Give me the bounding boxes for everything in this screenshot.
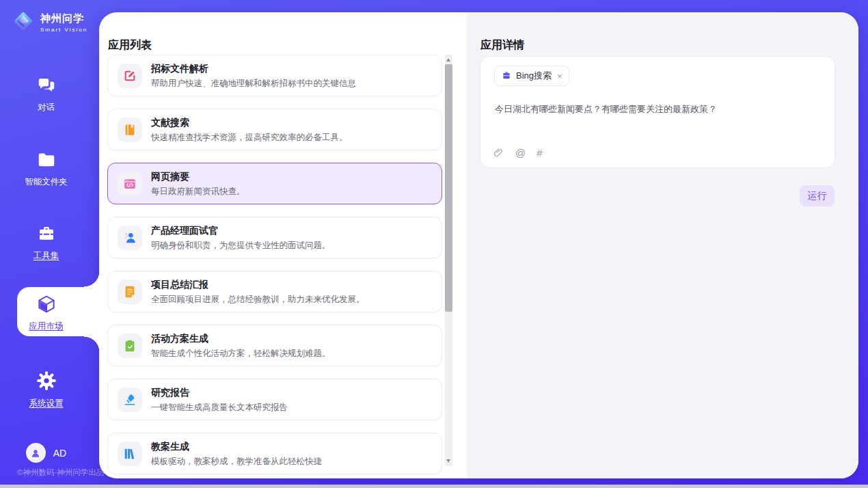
bubble-fillet-bottom xyxy=(84,336,100,352)
book-icon xyxy=(118,118,142,142)
browser-code-icon xyxy=(118,172,142,196)
scroll-up-icon[interactable] xyxy=(446,58,450,62)
sidebar-item-label: 工具集 xyxy=(0,250,92,262)
books-icon xyxy=(118,442,142,466)
app-card-desc: 明确身份和职责，为您提供专业性的面试问题。 xyxy=(151,240,331,252)
cube-icon xyxy=(36,294,57,317)
report-icon xyxy=(118,388,142,412)
app-card-desc: 快速精准查找学术资源，提高研究效率的必备工具。 xyxy=(151,132,348,144)
gear-icon xyxy=(36,370,57,394)
clipboard-check-icon xyxy=(118,334,142,358)
app-detail-card: Bing搜索 × 今日湖北有哪些新闻要点？有哪些需要关注的最新政策？ @ # xyxy=(480,56,835,168)
interviewer-icon xyxy=(118,226,142,250)
app-card-event-plan[interactable]: 活动方案生成 智能生成个性化活动方案，轻松解决规划难题。 xyxy=(107,325,442,366)
app-detail-title: 应用详情 xyxy=(480,38,524,53)
app-card-bid-document-parse[interactable]: 招标文件解析 帮助用户快速、准确地理解和解析招标书中的关键信息 xyxy=(107,55,442,96)
user-account[interactable]: AD xyxy=(0,443,92,463)
sidebar-item-label: 对话 xyxy=(0,102,92,113)
sidebar-item-settings[interactable]: 系统设置 xyxy=(0,370,92,409)
briefcase-icon xyxy=(501,70,512,81)
hash-icon[interactable]: # xyxy=(537,148,542,158)
sidebar-item-toolset[interactable]: 工具集 xyxy=(0,223,92,262)
run-button[interactable]: 运行 xyxy=(800,185,835,206)
app-list: 招标文件解析 帮助用户快速、准确地理解和解析招标书中的关键信息 文献搜索 快速精… xyxy=(107,55,442,478)
chat-icon xyxy=(36,75,57,98)
app-card-title: 网页摘要 xyxy=(151,171,189,182)
sidebar-item-label: 智能文件夹 xyxy=(0,176,92,188)
copyright-text: ©神州数码·神州问学出品 xyxy=(17,467,104,478)
scrollbar-thumb[interactable] xyxy=(445,64,452,312)
user-initials: AD xyxy=(53,448,66,459)
app-card-title: 活动方案生成 xyxy=(151,333,208,344)
sidebar-item-label: 应用市场 xyxy=(0,321,92,332)
diamond-logo-icon xyxy=(11,9,36,36)
app-list-title: 应用列表 xyxy=(108,38,152,53)
sidebar-item-smart-folder[interactable]: 智能文件夹 xyxy=(0,150,92,188)
paperclip-icon[interactable] xyxy=(493,147,504,159)
app-card-title: 项目总结汇报 xyxy=(151,279,208,290)
app-card-desc: 模板驱动，教案秒成，教学准备从此轻松快捷 xyxy=(151,456,322,467)
query-text[interactable]: 今日湖北有哪些新闻要点？有哪些需要关注的最新政策？ xyxy=(495,103,821,116)
brand-subtitle: Smart Vision xyxy=(40,27,87,33)
tool-tag-label: Bing搜索 xyxy=(516,70,552,82)
tag-close-icon[interactable]: × xyxy=(557,71,562,81)
bottom-edge-strip xyxy=(0,485,868,488)
memo-icon xyxy=(118,280,142,304)
app-card-title: 教案生成 xyxy=(151,441,189,452)
toolbox-icon xyxy=(36,223,57,247)
app-card-title: 文献搜索 xyxy=(151,117,189,128)
avatar xyxy=(26,443,46,463)
app-card-desc: 智能生成个性化活动方案，轻松解决规划难题。 xyxy=(151,348,331,360)
sidebar-item-chat[interactable]: 对话 xyxy=(0,75,92,113)
edit-square-icon xyxy=(118,64,142,88)
app-card-title: 招标文件解析 xyxy=(151,63,208,74)
sidebar-item-app-market[interactable]: 应用市场 xyxy=(0,294,92,332)
app-card-title: 产品经理面试官 xyxy=(151,225,218,236)
bubble-fillet-top xyxy=(84,271,100,287)
app-detail-panel: 应用详情 Bing搜索 × 今日湖北有哪些新闻要点？有哪些需要关注的最新政策？ xyxy=(467,12,858,478)
list-scrollbar[interactable] xyxy=(445,55,452,466)
app-card-literature-search[interactable]: 文献搜索 快速精准查找学术资源，提高研究效率的必备工具。 xyxy=(107,109,442,150)
app-card-research-report[interactable]: 研究报告 一键智能生成高质量长文本研究报告 xyxy=(107,379,442,420)
app-card-title: 研究报告 xyxy=(151,387,189,398)
app-card-pm-interviewer[interactable]: 产品经理面试官 明确身份和职责，为您提供专业性的面试问题。 xyxy=(107,217,442,258)
app-card-desc: 每日政府新闻资讯快查。 xyxy=(151,186,245,198)
brand-logo: 神州问学 Smart Vision xyxy=(11,9,87,36)
folder-icon xyxy=(36,150,57,173)
app-card-desc: 一键智能生成高质量长文本研究报告 xyxy=(151,402,288,414)
tool-tag-bing-search[interactable]: Bing搜索 × xyxy=(494,66,569,86)
sidebar: 神州问学 Smart Vision 对话 智能文件夹 xyxy=(0,0,99,488)
composer-toolbar: @ # xyxy=(493,147,543,159)
app-card-desc: 全面回顾项目进展，总结经验教训，助力未来优化发展。 xyxy=(151,294,365,306)
app-card-web-summary[interactable]: 网页摘要 每日政府新闻资讯快查。 xyxy=(107,163,442,204)
sidebar-item-label: 系统设置 xyxy=(0,398,92,409)
app-card-project-summary[interactable]: 项目总结汇报 全面回顾项目进展，总结经验教训，助力未来优化发展。 xyxy=(107,271,442,312)
at-mention-icon[interactable]: @ xyxy=(515,148,526,158)
brand-name: 神州问学 xyxy=(40,12,84,24)
app-card-desc: 帮助用户快速、准确地理解和解析招标书中的关键信息 xyxy=(151,78,356,90)
app-card-lesson-plan[interactable]: 教案生成 模板驱动，教案秒成，教学准备从此轻松快捷 xyxy=(107,433,442,474)
main-surface: 应用列表 招标文件解析 帮助用户快速、准确地理解和解析招标书中的关键信息 xyxy=(99,12,858,478)
scroll-down-icon[interactable] xyxy=(446,459,450,463)
